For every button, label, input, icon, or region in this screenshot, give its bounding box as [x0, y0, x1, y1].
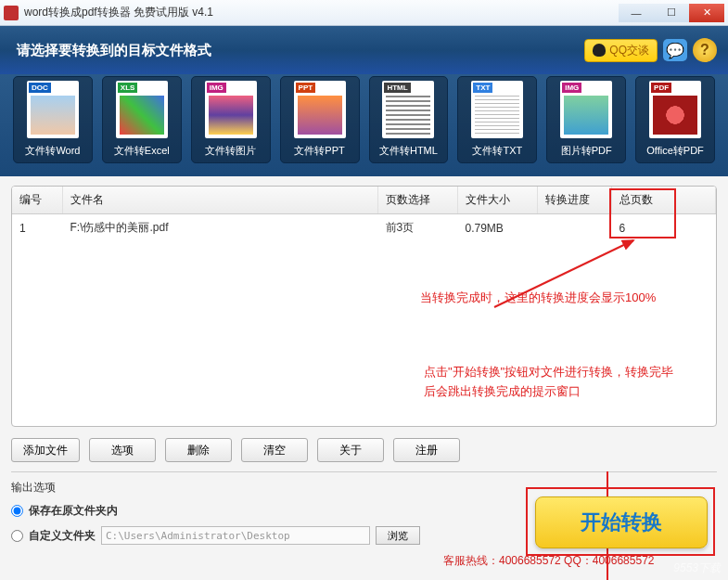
col-no[interactable]: 编号	[12, 187, 62, 214]
format-label: 文件转Excel	[114, 144, 170, 158]
titlebar: word转换成pdf转换器 免费试用版 v4.1 — ☐ ✕	[0, 0, 728, 26]
header-actions: QQ交谈 💬 ?	[584, 38, 717, 62]
cell-progress	[537, 214, 611, 242]
clear-button[interactable]: 清空	[241, 438, 308, 462]
annotation-start-text: 点击"开始转换"按钮对文件进行转换，转换完毕后会跳出转换完成的提示窗口	[424, 363, 683, 402]
format-card-5[interactable]: TXT文件转TXT	[457, 76, 537, 163]
start-convert-button[interactable]: 开始转换	[535, 496, 708, 548]
output-path-input[interactable]	[101, 526, 370, 545]
header-bar: 请选择要转换到的目标文件格式 QQ交谈 💬 ?	[0, 26, 728, 74]
format-tag: PPT	[296, 83, 316, 93]
delete-button[interactable]: 删除	[165, 438, 232, 462]
options-button[interactable]: 选项	[89, 438, 156, 462]
format-tag: IMG	[562, 83, 581, 93]
format-thumb-icon: PDF	[649, 81, 701, 138]
format-thumb-icon: IMG	[560, 81, 612, 138]
radio-custom-folder[interactable]	[11, 530, 23, 542]
col-progress[interactable]: 转换进度	[537, 187, 611, 214]
format-card-6[interactable]: IMG图片转PDF	[546, 76, 626, 163]
header-title: 请选择要转换到的目标文件格式	[17, 42, 211, 59]
format-selector-row: DOC文件转WordXLS文件转ExcelIMG文件转图片PPT文件转PPTHT…	[0, 74, 728, 176]
format-tag: DOC	[29, 83, 51, 93]
radio-same-folder[interactable]	[11, 505, 23, 517]
watermark: 9553下载	[673, 561, 721, 576]
maximize-button[interactable]: ☐	[654, 4, 689, 22]
file-table: 编号 文件名 页数选择 文件大小 转换进度 总页数 1F:\伤感中的美丽.pdf…	[11, 186, 717, 427]
format-tag: XLS	[118, 83, 138, 93]
annotation-progress-text: 当转换完成时，这里的转换进度会显示100%	[420, 289, 680, 308]
window-title: word转换成pdf转换器 免费试用版 v4.1	[24, 5, 619, 20]
browse-button[interactable]: 浏览	[376, 526, 420, 545]
hotline-text: 客服热线：4006685572 QQ：4006685572	[443, 553, 654, 569]
qq-chat-button[interactable]: QQ交谈	[584, 39, 658, 62]
format-label: 文件转PPT	[294, 144, 344, 158]
format-thumb-icon: DOC	[27, 81, 79, 138]
cell-no: 1	[12, 214, 62, 242]
cell-name: F:\伤感中的美丽.pdf	[62, 214, 377, 242]
format-tag: IMG	[207, 83, 226, 93]
format-tag: PDF	[651, 83, 671, 93]
format-label: 文件转图片	[205, 144, 256, 158]
output-section-title: 输出选项	[11, 480, 717, 496]
qq-penguin-icon	[593, 44, 606, 57]
label-same-folder: 保存在原文件夹内	[29, 503, 118, 519]
help-icon[interactable]: ?	[693, 38, 717, 62]
col-pages[interactable]: 页数选择	[377, 187, 457, 214]
format-thumb-icon: TXT	[471, 81, 523, 138]
format-card-1[interactable]: XLS文件转Excel	[102, 76, 182, 163]
cell-total: 6	[611, 214, 716, 242]
format-card-4[interactable]: HTML文件转HTML	[369, 76, 449, 163]
format-label: 文件转Word	[25, 144, 80, 158]
add-file-button[interactable]: 添加文件	[11, 438, 80, 462]
col-size[interactable]: 文件大小	[457, 187, 537, 214]
window-controls: — ☐ ✕	[619, 4, 724, 22]
format-card-0[interactable]: DOC文件转Word	[13, 76, 93, 163]
format-label: 文件转HTML	[379, 144, 438, 158]
format-card-3[interactable]: PPT文件转PPT	[280, 76, 360, 163]
action-button-row: 添加文件 选项 删除 清空 关于 注册	[11, 438, 717, 462]
app-window: word转换成pdf转换器 免费试用版 v4.1 — ☐ ✕ 请选择要转换到的目…	[0, 0, 728, 580]
format-thumb-icon: PPT	[294, 81, 346, 138]
about-button[interactable]: 关于	[317, 438, 384, 462]
format-tag: TXT	[473, 83, 492, 93]
register-button[interactable]: 注册	[393, 438, 460, 462]
start-button-wrap: 开始转换	[535, 496, 708, 548]
format-card-7[interactable]: PDFOffice转PDF	[635, 76, 715, 163]
main-area: 编号 文件名 页数选择 文件大小 转换进度 总页数 1F:\伤感中的美丽.pdf…	[0, 176, 728, 580]
table-row[interactable]: 1F:\伤感中的美丽.pdf前3页0.79MB6	[12, 214, 716, 242]
format-label: Office转PDF	[646, 144, 704, 158]
close-button[interactable]: ✕	[689, 4, 724, 22]
format-tag: HTML	[384, 83, 410, 93]
minimize-button[interactable]: —	[619, 4, 654, 22]
format-thumb-icon: IMG	[205, 81, 257, 138]
col-name[interactable]: 文件名	[62, 187, 377, 214]
format-label: 图片转PDF	[561, 144, 612, 158]
label-custom-folder: 自定义文件夹	[29, 528, 96, 544]
chat-icon[interactable]: 💬	[663, 39, 687, 61]
cell-size: 0.79MB	[457, 214, 537, 242]
col-total[interactable]: 总页数	[611, 187, 716, 214]
app-icon	[4, 6, 19, 20]
format-card-2[interactable]: IMG文件转图片	[191, 76, 271, 163]
cell-pages: 前3页	[377, 214, 457, 242]
format-thumb-icon: XLS	[116, 81, 168, 138]
format-label: 文件转TXT	[472, 144, 522, 158]
format-thumb-icon: HTML	[382, 81, 434, 138]
qq-label: QQ交谈	[609, 43, 649, 58]
